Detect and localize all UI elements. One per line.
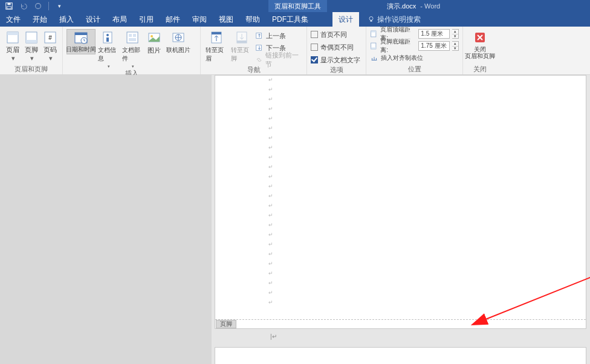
svg-rect-7 <box>7 32 18 35</box>
document-next-page[interactable] <box>215 347 586 364</box>
next-icon <box>255 44 264 52</box>
tab-layout[interactable]: 布局 <box>106 12 133 27</box>
spinner[interactable]: ▲▼ <box>452 41 459 51</box>
tab-view[interactable]: 视图 <box>213 12 239 27</box>
tab-mailings[interactable]: 邮件 <box>160 12 186 27</box>
date-time-label: 日期和时间 <box>66 46 96 53</box>
quick-access-toolbar: ▾ <box>0 2 63 10</box>
group-options: 首页不同 奇偶页不同 显示文档文字 选项 <box>307 27 366 74</box>
qat-separator <box>48 2 49 10</box>
spinner[interactable]: ▲▼ <box>452 29 459 39</box>
picture-button[interactable]: 图片 <box>145 29 163 55</box>
svg-rect-33 <box>371 31 376 32</box>
date-time-button[interactable]: 日期和时间 <box>66 29 96 54</box>
different-odd-even-checkbox[interactable]: 奇偶页不同 <box>311 42 354 53</box>
annotation-arrow <box>430 76 590 330</box>
svg-rect-35 <box>371 47 376 48</box>
group-label: 关闭 <box>463 65 497 74</box>
chevron-down-icon: ▼ <box>452 47 458 51</box>
svg-point-3 <box>36 4 41 9</box>
prev-icon <box>255 31 264 40</box>
tell-me-search[interactable]: 操作说明搜索 <box>359 12 421 27</box>
tab-file[interactable]: 文件 <box>0 12 27 27</box>
header-distance-input[interactable]: 1.5 厘米 <box>418 29 449 39</box>
goto-header-button[interactable]: 转至页眉 <box>204 29 229 63</box>
goto-footer-label: 转至页脚 <box>231 46 253 63</box>
close-header-footer-button[interactable]: 关闭 页眉和页脚 <box>465 29 494 59</box>
redo-icon[interactable] <box>34 2 42 10</box>
group-position: 页眉顶端距离: 1.5 厘米 ▲▼ 页脚底端距离: 1.75 厘米 ▲▼ 插入对… <box>366 27 463 74</box>
tab-design[interactable]: 设计 <box>80 12 106 27</box>
doc-info-button[interactable]: 文档信息 ▾ <box>97 29 120 69</box>
dropdown-icon: ▾ <box>11 54 15 62</box>
tell-me-label: 操作说明搜索 <box>377 15 421 25</box>
tab-insert[interactable]: 插入 <box>53 12 80 27</box>
doc-info-label: 文档信息 <box>98 46 118 63</box>
header-button[interactable]: 页眉 ▾ <box>4 29 21 62</box>
svg-rect-19 <box>129 34 132 37</box>
checkbox-checked-icon <box>311 56 318 63</box>
group-header-footer: 页眉 ▾ 页脚 ▾ # 页码 ▾ 页眉和页脚 <box>0 27 63 74</box>
svg-point-4 <box>369 17 373 21</box>
page-number-label: 页码 <box>44 46 57 53</box>
svg-line-37 <box>484 269 590 320</box>
group-label: 选项 <box>307 65 366 74</box>
goto-header-icon <box>209 30 224 45</box>
svg-rect-29 <box>237 41 247 43</box>
contextual-tool-tab: 页眉和页脚工具 <box>268 0 327 12</box>
ribbon-tabs: 文件 开始 插入 设计 布局 引用 邮件 审阅 视图 帮助 PDF工具集 设计 … <box>0 12 590 27</box>
quick-parts-button[interactable]: 文档部件 ▾ <box>121 29 144 69</box>
undo-icon[interactable] <box>19 2 28 10</box>
left-margin-area <box>0 75 212 364</box>
diff-first-label: 首页不同 <box>320 30 347 39</box>
goto-footer-button[interactable]: 转至页脚 <box>230 29 254 63</box>
insert-alignment-tab-button[interactable]: 插入对齐制表位 <box>370 53 423 63</box>
show-document-text-checkbox[interactable]: 显示文档文字 <box>311 54 360 65</box>
group-label: 页眉和页脚 <box>0 65 62 74</box>
tab-references[interactable]: 引用 <box>133 12 160 27</box>
footer-boundary <box>215 319 586 320</box>
svg-rect-21 <box>129 38 136 41</box>
footer-distance-label: 页脚底端距离: <box>380 37 416 54</box>
svg-rect-27 <box>212 32 221 34</box>
tab-help[interactable]: 帮助 <box>239 12 266 27</box>
prev-label: 上一条 <box>266 31 286 41</box>
footer-distance-input[interactable]: 1.75 厘米 <box>418 41 449 51</box>
online-picture-button[interactable]: 联机图片 <box>164 29 192 54</box>
prev-section-button[interactable]: 上一条 <box>255 30 303 41</box>
tab-header-footer-design[interactable]: 设计 <box>332 12 359 27</box>
tab-review[interactable]: 审阅 <box>186 12 213 27</box>
checkbox-icon <box>311 31 318 38</box>
group-navigation: 转至页眉 转至页脚 上一条 下一条 链接到前一节 <box>201 27 307 74</box>
footer-distance-icon <box>370 42 378 50</box>
lightbulb-icon <box>368 16 375 23</box>
doc-info-icon <box>101 30 115 45</box>
svg-rect-20 <box>133 34 136 37</box>
footer-cursor: |↵ <box>270 333 277 340</box>
document-page[interactable]: ↵↵↵↵↵↵↵↵↵↵↵↵↵↵↵↵↵↵↵↵↵↵↵↵ 页脚 <box>215 75 586 329</box>
paragraph-marks: ↵↵↵↵↵↵↵↵↵↵↵↵↵↵↵↵↵↵↵↵↵↵↵↵ <box>268 77 273 305</box>
page-number-button[interactable]: # 页码 ▾ <box>41 29 59 62</box>
svg-point-16 <box>106 34 109 36</box>
qat-customize-icon[interactable]: ▾ <box>55 2 63 10</box>
svg-rect-2 <box>7 7 11 9</box>
footer-button[interactable]: 页脚 ▾ <box>22 29 40 62</box>
different-first-page-checkbox[interactable]: 首页不同 <box>311 29 347 40</box>
svg-rect-9 <box>26 40 37 43</box>
chevron-up-icon: ▲ <box>452 42 458 47</box>
diff-odd-even-label: 奇偶页不同 <box>320 43 354 52</box>
save-icon[interactable] <box>5 2 13 10</box>
title-bar: ▾ 页眉和页脚工具 演示.docx - Word <box>0 0 590 12</box>
svg-rect-13 <box>75 33 87 35</box>
tab-pdftools[interactable]: PDF工具集 <box>266 12 314 27</box>
chevron-down-icon: ▼ <box>452 34 458 39</box>
svg-rect-5 <box>371 21 372 22</box>
tab-home[interactable]: 开始 <box>27 12 53 27</box>
svg-rect-18 <box>127 32 138 43</box>
header-label: 页眉 <box>6 46 19 53</box>
group-label: 导航 <box>201 65 306 74</box>
footer-icon <box>24 30 39 45</box>
footer-tag[interactable]: 页脚 <box>216 320 236 328</box>
header-icon <box>5 30 20 45</box>
svg-text:#: # <box>48 34 52 41</box>
